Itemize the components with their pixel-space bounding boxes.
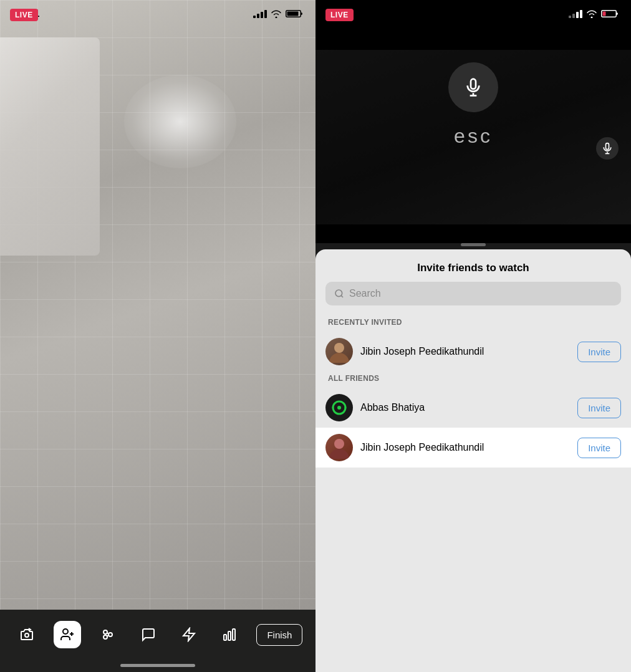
section-label-recently: RECENTLY INVITED <box>316 315 631 332</box>
mic-icon-small-svg <box>601 142 614 155</box>
svg-rect-8 <box>228 631 231 640</box>
svg-rect-7 <box>224 635 226 640</box>
share-screen-button[interactable] <box>94 621 122 648</box>
svg-point-15 <box>334 343 344 353</box>
home-indicator-left <box>120 664 195 667</box>
finish-button[interactable]: Finish <box>256 624 302 646</box>
left-toolbar: Finish <box>0 610 316 672</box>
search-placeholder: Search <box>349 288 381 299</box>
svg-point-6 <box>108 633 112 636</box>
effects-button[interactable] <box>175 621 203 648</box>
video-dark-overlay <box>316 0 631 243</box>
person-shape-recent <box>325 338 353 365</box>
mic-icon <box>463 77 483 97</box>
friend-name-jibin-all: Jibin Joseph Peedikathundil <box>360 442 570 453</box>
analytics-button[interactable] <box>216 621 243 648</box>
invite-friends-button[interactable] <box>54 621 81 648</box>
search-icon <box>334 289 344 299</box>
right-status-icons <box>569 9 619 18</box>
sheet-title: Invite friends to watch <box>316 249 631 282</box>
section-label-all: ALL FRIENDS <box>316 372 631 388</box>
bottom-sheet: Invite friends to watch Search RECENTLY … <box>316 249 631 672</box>
friend-row-jibin: Jibin Joseph Peedikathundil Invite <box>316 428 631 468</box>
comment-button[interactable] <box>135 621 162 648</box>
white-object <box>0 37 100 256</box>
friend-row-recently-jibin: Jibin Joseph Peedikathundil Invite <box>316 332 631 372</box>
live-badge-right: LIVE <box>325 9 354 21</box>
right-phone-screen: 2:15 LIVE <box>316 0 631 672</box>
mic-circle <box>448 62 498 112</box>
bright-spot <box>124 75 236 168</box>
svg-rect-11 <box>603 12 606 16</box>
search-bar[interactable]: Search <box>325 282 621 305</box>
signal-icon-right <box>569 10 582 18</box>
svg-point-14 <box>335 290 342 297</box>
right-status-bar: 2:15 <box>316 0 631 27</box>
invite-button-recently-jibin[interactable]: Invite <box>577 342 621 362</box>
camera-flip-button[interactable] <box>13 621 41 648</box>
left-status-bar: 12:51 <box>0 0 316 27</box>
svg-point-3 <box>63 629 68 634</box>
signal-icon <box>253 10 267 18</box>
left-phone-screen: 12:51 LIVE <box>0 0 316 672</box>
svg-rect-9 <box>233 629 235 640</box>
avatar-jibin-recent <box>325 338 353 365</box>
battery-icon-right <box>601 9 619 18</box>
green-logo-icon <box>328 396 350 419</box>
friend-row-abbas: Abbas Bhatiya Invite <box>316 388 631 428</box>
svg-point-18 <box>334 439 344 449</box>
svg-rect-12 <box>471 79 476 89</box>
svg-point-2 <box>25 633 29 637</box>
person-shape-all <box>325 434 353 461</box>
esc-label: esc <box>454 125 493 148</box>
avatar-abbas <box>325 394 353 421</box>
svg-point-5 <box>104 635 107 639</box>
wifi-icon-right <box>586 9 597 18</box>
avatar-jibin-all <box>325 434 353 461</box>
invite-button-abbas[interactable]: Invite <box>577 398 621 418</box>
live-badge-left: LIVE <box>10 9 38 21</box>
svg-point-17 <box>337 406 341 410</box>
battery-icon <box>286 9 303 18</box>
left-status-icons <box>253 9 303 18</box>
svg-rect-13 <box>606 143 609 150</box>
invite-button-jibin[interactable]: Invite <box>577 438 621 458</box>
svg-rect-1 <box>287 12 299 16</box>
sheet-handle[interactable] <box>461 243 486 246</box>
svg-point-4 <box>104 630 107 634</box>
mic-icon-small <box>596 137 619 160</box>
friend-name-recently-jibin: Jibin Joseph Peedikathundil <box>360 346 570 357</box>
video-background: esc <box>316 0 631 243</box>
friend-name-abbas: Abbas Bhatiya <box>360 402 570 413</box>
wifi-icon <box>271 9 282 18</box>
